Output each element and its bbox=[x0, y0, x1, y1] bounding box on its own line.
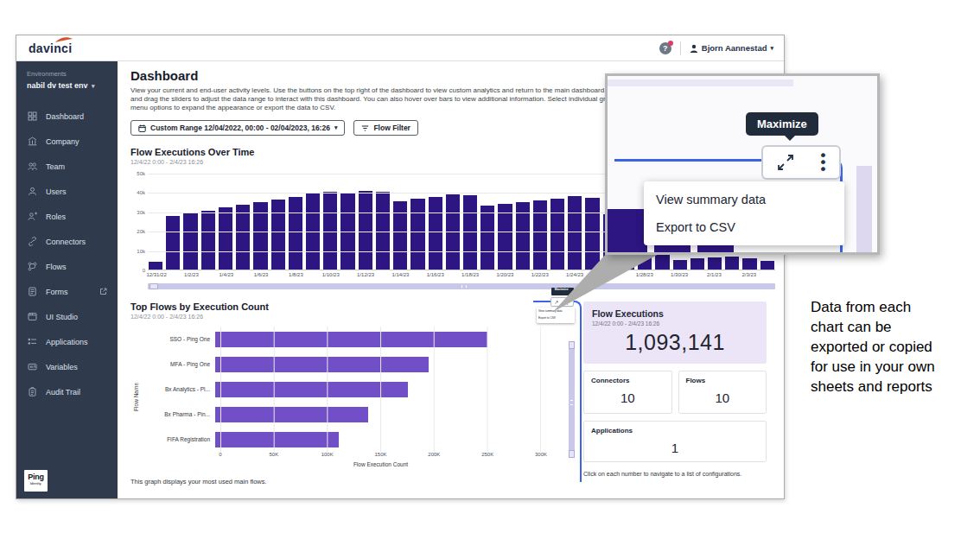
bar[interactable] bbox=[725, 257, 739, 270]
sidebar-item-variables[interactable]: Variables bbox=[16, 354, 118, 379]
ping-identity-logo: Ping Identity. bbox=[24, 470, 48, 492]
slider-handle[interactable] bbox=[150, 283, 158, 289]
connectors-count[interactable]: 10 bbox=[591, 390, 665, 405]
y-tick-label: 20k bbox=[130, 229, 145, 234]
y-tick-label: 40k bbox=[130, 190, 145, 195]
flow-filter-button[interactable]: Flow Filter bbox=[353, 120, 418, 136]
bar[interactable] bbox=[690, 258, 704, 270]
sidebar-item-label: Audit Trail bbox=[46, 388, 80, 397]
bar[interactable] bbox=[410, 199, 424, 270]
chart2-x-axis: 050K100K150K200K250K300K bbox=[220, 452, 541, 459]
sidebar-item-users[interactable]: Users bbox=[16, 179, 118, 204]
bar[interactable] bbox=[183, 213, 197, 270]
category-label: MFA - Ping One bbox=[141, 361, 215, 367]
maximize-icon[interactable] bbox=[777, 154, 794, 171]
audit-trail-icon bbox=[28, 387, 37, 397]
menu-item-small[interactable]: Export to CSV bbox=[538, 316, 573, 320]
bar[interactable] bbox=[742, 258, 756, 270]
top-bar: davinci ? Bjorn Aannestad ▾ bbox=[16, 35, 784, 61]
y-tick-label: 30k bbox=[130, 210, 145, 215]
bar[interactable] bbox=[429, 197, 442, 270]
bar[interactable] bbox=[236, 205, 250, 270]
bar[interactable] bbox=[271, 200, 285, 270]
category-label: FIFA Registration bbox=[141, 436, 215, 442]
menu-item[interactable]: Export to CSV bbox=[644, 213, 844, 241]
chart2-date-range: 12/4/22 0:00 - 2/4/23 16:26 bbox=[130, 314, 576, 320]
magnified-vertical-slider bbox=[856, 166, 872, 252]
sidebar-item-team[interactable]: Team bbox=[16, 154, 118, 179]
forms-icon bbox=[28, 287, 37, 296]
sidebar-item-forms[interactable]: Forms bbox=[16, 279, 118, 304]
chevron-down-icon: ▾ bbox=[770, 45, 773, 52]
flow-executions-total[interactable]: 1,093,141 bbox=[592, 330, 758, 355]
summary-footnote: Click on each number to navigate to a li… bbox=[583, 471, 767, 477]
bar[interactable] bbox=[289, 197, 302, 270]
x-tick-label: 1/14/23 bbox=[391, 272, 409, 277]
menu-item[interactable]: View summary data bbox=[644, 186, 844, 213]
flow-executions-date-range: 12/4/22 0:00 - 2/4/23 16:26 bbox=[592, 320, 758, 327]
sidebar-nav: Dashboard Company Team Users Roles bbox=[16, 104, 118, 404]
person-icon bbox=[690, 44, 698, 53]
sidebar-item-ui-studio[interactable]: UI Studio bbox=[16, 304, 118, 329]
sidebar-item-label: Team bbox=[46, 162, 65, 171]
sidebar-item-audit-trail[interactable]: Audit Trail bbox=[16, 379, 118, 404]
bar[interactable] bbox=[376, 192, 390, 270]
bar[interactable] bbox=[760, 261, 774, 270]
ping-logo-text: Ping bbox=[24, 473, 48, 481]
connectors-card: Connectors 10 bbox=[583, 371, 672, 414]
company-icon bbox=[28, 136, 37, 146]
sidebar-item-flows[interactable]: Flows bbox=[16, 254, 118, 279]
slider-cap[interactable] bbox=[569, 341, 575, 349]
sidebar-item-company[interactable]: Company bbox=[16, 129, 118, 154]
chart-action-buttons[interactable]: ••• bbox=[761, 145, 841, 180]
sidebar-item-connectors[interactable]: Connectors bbox=[16, 229, 118, 254]
bar[interactable] bbox=[359, 191, 372, 270]
x-tick-label: 50K bbox=[269, 452, 278, 457]
x-tick-label: 250K bbox=[481, 452, 493, 457]
bar[interactable] bbox=[219, 207, 232, 270]
slider-cap[interactable] bbox=[569, 450, 575, 458]
bar[interactable] bbox=[480, 206, 494, 270]
bar[interactable] bbox=[149, 262, 162, 270]
sidebar-item-dashboard[interactable]: Dashboard bbox=[16, 104, 118, 129]
sidebar-item-roles[interactable]: Roles bbox=[16, 204, 118, 229]
bar[interactable] bbox=[673, 260, 687, 270]
x-tick-label: 1/12/23 bbox=[357, 272, 374, 277]
sidebar-item-label: Users bbox=[46, 187, 67, 196]
x-tick-label: 0 bbox=[219, 452, 221, 457]
environments-label: Environments bbox=[27, 70, 107, 78]
flows-card: Flows 10 bbox=[678, 371, 767, 414]
date-range-button[interactable]: Custom Range 12/04/2022, 00:00 - 02/04/2… bbox=[130, 120, 345, 136]
applications-count[interactable]: 1 bbox=[591, 441, 759, 455]
davinci-logo: davinci bbox=[29, 41, 72, 55]
dashboard-icon bbox=[28, 111, 37, 121]
sidebar-item-applications[interactable]: Applications bbox=[16, 329, 118, 354]
chart2-title: Top Flows by Execution Count bbox=[130, 301, 576, 312]
chart2-x-axis-label: Flow Execution Count bbox=[220, 461, 541, 467]
top-bar-right: ? Bjorn Aannestad ▾ bbox=[659, 41, 773, 55]
variables-icon bbox=[28, 362, 37, 371]
chart2-vertical-slider[interactable] bbox=[569, 341, 575, 458]
chevron-down-icon: ▾ bbox=[92, 83, 95, 89]
kebab-menu-icon[interactable]: ••• bbox=[821, 152, 826, 173]
chart1-range-slider[interactable] bbox=[148, 283, 775, 289]
bar[interactable] bbox=[323, 192, 337, 270]
sidebar-item-label: Flows bbox=[46, 263, 67, 271]
help-icon[interactable]: ? bbox=[659, 42, 671, 54]
x-tick-label: 1/20/23 bbox=[496, 272, 513, 277]
chart-context-menu[interactable]: View summary dataExport to CSV bbox=[644, 181, 844, 245]
bar[interactable] bbox=[166, 216, 180, 270]
bottom-row: Top Flows by Execution Count 12/4/22 0:0… bbox=[130, 301, 773, 485]
user-menu[interactable]: Bjorn Aannestad ▾ bbox=[690, 43, 773, 53]
bar[interactable] bbox=[201, 211, 215, 270]
sidebar-item-label: Connectors bbox=[46, 238, 86, 246]
chart2-y-axis-label: Flow Name bbox=[130, 327, 141, 467]
bar[interactable] bbox=[498, 204, 512, 270]
environment-switcher[interactable]: Environments nabil dv test env ▾ bbox=[16, 61, 118, 100]
sidebar-item-label: Company bbox=[46, 137, 80, 146]
maximize-tooltip: Maximize bbox=[746, 112, 818, 136]
x-tick-label: 2/1/23 bbox=[707, 272, 722, 277]
bar[interactable] bbox=[708, 257, 722, 270]
flows-count[interactable]: 10 bbox=[686, 390, 760, 405]
slider-grip bbox=[461, 285, 467, 288]
